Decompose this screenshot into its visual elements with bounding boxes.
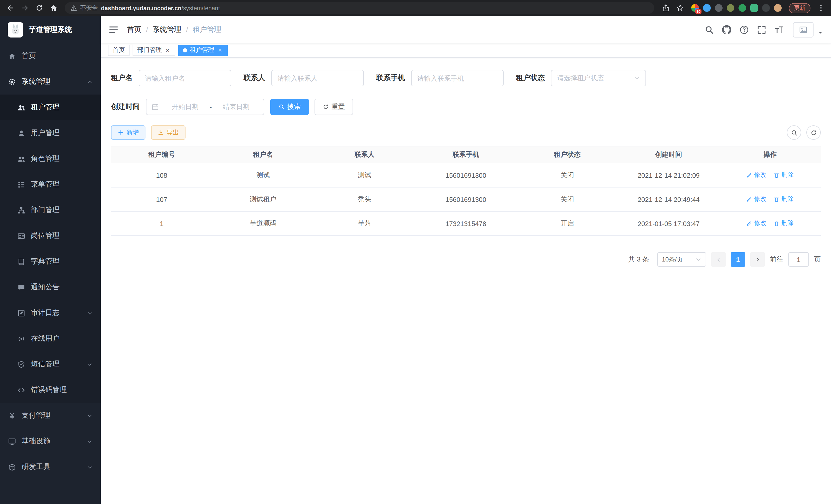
- page-size-select[interactable]: 10条/页: [657, 252, 706, 267]
- add-button[interactable]: 新增: [111, 125, 145, 140]
- delete-link[interactable]: 删除: [774, 219, 794, 228]
- sidebar-item[interactable]: 错误码管理: [0, 377, 101, 403]
- sidebar-item[interactable]: 审计日志: [0, 300, 101, 326]
- mobile-input[interactable]: [411, 70, 504, 86]
- browser-update-button[interactable]: 更新: [789, 3, 810, 13]
- sidebar-item[interactable]: 研发工具: [0, 454, 101, 480]
- address-bar[interactable]: 不安全 dashboard.yudao.iocoder.cn/system/te…: [65, 2, 654, 14]
- cell-name: 测试租户: [212, 187, 314, 211]
- sidebar-item[interactable]: 字典管理: [0, 249, 101, 274]
- close-icon[interactable]: ×: [217, 47, 223, 53]
- delete-icon: [774, 196, 780, 202]
- yen-icon: [8, 412, 16, 419]
- breadcrumb-item[interactable]: 系统管理: [153, 25, 181, 34]
- breadcrumb-item[interactable]: 首页: [127, 25, 141, 34]
- sidebar-item[interactable]: 通知公告: [0, 274, 101, 300]
- browser-forward-button[interactable]: [19, 2, 31, 14]
- sidebar-item[interactable]: 菜单管理: [0, 172, 101, 197]
- view-tab[interactable]: 租户管理×: [178, 45, 228, 56]
- filter-create-time: 创建时间 开始日期 - 结束日期: [111, 99, 264, 115]
- share-button[interactable]: [659, 2, 672, 14]
- sidebar-item[interactable]: 租户管理: [0, 94, 101, 120]
- help-icon[interactable]: [740, 25, 749, 34]
- goto-label: 前往: [770, 255, 783, 264]
- edit-link[interactable]: 修改: [746, 195, 767, 204]
- search-icon[interactable]: [705, 25, 714, 34]
- sidebar-item[interactable]: 短信管理: [0, 351, 101, 377]
- goto-page-input[interactable]: [789, 252, 809, 267]
- extension-icon[interactable]: [727, 4, 735, 12]
- browser-back-button[interactable]: [4, 2, 17, 14]
- sidebar-item[interactable]: 在线用户: [0, 326, 101, 351]
- plus-icon: [118, 129, 124, 136]
- edit-icon: [746, 220, 753, 227]
- sidebar-item[interactable]: 基础设施: [0, 428, 101, 454]
- status-select[interactable]: 请选择租户状态: [551, 70, 646, 86]
- sidebar-item-label: 字典管理: [31, 257, 60, 266]
- delete-link[interactable]: 删除: [774, 171, 794, 180]
- browser-home-button[interactable]: [47, 2, 60, 14]
- refresh-icon: [323, 104, 329, 110]
- browser-menu-button[interactable]: [814, 2, 827, 14]
- date-range-picker[interactable]: 开始日期 - 结束日期: [146, 99, 264, 115]
- search-button[interactable]: 搜索: [270, 99, 309, 115]
- github-icon[interactable]: [722, 25, 731, 34]
- refresh-table-button[interactable]: [806, 125, 821, 140]
- bookmark-star-button[interactable]: [674, 2, 686, 14]
- mobile-label: 联系手机: [376, 73, 405, 83]
- extension-icon[interactable]: [715, 4, 722, 12]
- sidebar-item[interactable]: 支付管理: [0, 403, 101, 428]
- view-tab[interactable]: 部门管理×: [133, 45, 175, 56]
- sidebar-menu: 首页系统管理租户管理用户管理角色管理菜单管理部门管理岗位管理字典管理通知公告审计…: [0, 43, 101, 504]
- sidebar-item[interactable]: 系统管理: [0, 69, 101, 94]
- reset-button[interactable]: 重置: [315, 99, 353, 115]
- sidebar-item[interactable]: 用户管理: [0, 120, 101, 146]
- edit-link[interactable]: 修改: [746, 219, 767, 228]
- filter-tenant-name: 租户名: [111, 70, 231, 86]
- sidebar-item-label: 基础设施: [22, 437, 50, 446]
- sidebar-item[interactable]: 首页: [0, 43, 101, 69]
- column-header: 创建时间: [618, 146, 719, 163]
- extension-icon[interactable]: [739, 4, 746, 12]
- avatar[interactable]: [793, 22, 813, 37]
- create-time-label: 创建时间: [111, 102, 140, 112]
- status-label: 租户状态: [516, 73, 545, 83]
- page-1-button[interactable]: 1: [731, 252, 745, 267]
- close-icon[interactable]: ×: [165, 47, 171, 53]
- url-text: dashboard.yudao.iocoder.cn/system/tenant: [101, 5, 220, 11]
- extension-icon[interactable]: [703, 4, 711, 12]
- delete-link[interactable]: 删除: [774, 195, 794, 204]
- fullscreen-icon[interactable]: [757, 25, 766, 34]
- cell-mobile: 15601691300: [415, 187, 517, 211]
- tool-icon: [8, 463, 16, 471]
- caret-down-icon[interactable]: [818, 30, 823, 35]
- chevron-down-icon: [87, 413, 92, 418]
- extension-icon[interactable]: 10: [691, 4, 699, 12]
- mobile-input-field[interactable]: [417, 74, 497, 82]
- contact-input-field[interactable]: [278, 74, 358, 82]
- browser-reload-button[interactable]: [33, 2, 45, 14]
- view-tab[interactable]: 首页: [108, 45, 130, 56]
- tenant-name-input-field[interactable]: [145, 74, 225, 82]
- tenant-name-input[interactable]: [139, 70, 231, 86]
- book-icon: [18, 258, 25, 265]
- sidebar-item[interactable]: 岗位管理: [0, 223, 101, 249]
- sidebar-item-label: 在线用户: [31, 334, 60, 343]
- extension-icon[interactable]: [750, 4, 758, 12]
- filter-mobile: 联系手机: [376, 70, 504, 86]
- sidebar-item[interactable]: 角色管理: [0, 146, 101, 172]
- export-button[interactable]: 导出: [151, 125, 185, 140]
- extension-icon[interactable]: [762, 4, 770, 12]
- sidebar-collapse-button[interactable]: [109, 24, 119, 35]
- edit-link[interactable]: 修改: [746, 171, 767, 180]
- sidebar-item[interactable]: 部门管理: [0, 197, 101, 223]
- extension-icon[interactable]: [774, 4, 782, 12]
- prev-page-button[interactable]: [711, 252, 726, 267]
- app-logo[interactable]: 芋道管理系统: [0, 16, 101, 43]
- toggle-search-button[interactable]: [787, 125, 801, 140]
- chevron-down-icon: [87, 310, 92, 316]
- next-page-button[interactable]: [750, 252, 765, 267]
- font-size-icon[interactable]: [774, 25, 784, 34]
- contact-input[interactable]: [271, 70, 364, 86]
- column-header: 租户编号: [111, 146, 212, 163]
